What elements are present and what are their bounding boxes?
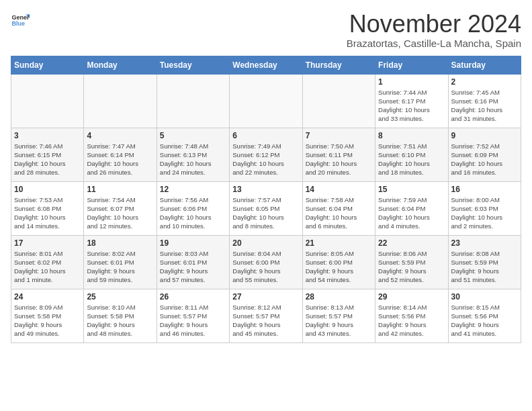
day-info: Sunrise: 8:04 AM Sunset: 6:00 PM Dayligh… (232, 249, 299, 285)
svg-text:Blue: Blue (11, 20, 25, 27)
location: Brazatortas, Castille-La Mancha, Spain (347, 38, 521, 49)
day-cell: 14Sunrise: 7:58 AM Sunset: 6:04 PM Dayli… (302, 181, 375, 235)
day-number: 6 (232, 131, 299, 140)
day-info: Sunrise: 7:48 AM Sunset: 6:13 PM Dayligh… (160, 142, 226, 177)
day-cell (302, 74, 375, 128)
day-info: Sunrise: 7:46 AM Sunset: 6:15 PM Dayligh… (14, 142, 81, 177)
day-info: Sunrise: 7:50 AM Sunset: 6:11 PM Dayligh… (306, 142, 372, 177)
month-title: November 2024 (347, 11, 521, 38)
day-number: 11 (87, 185, 153, 194)
day-info: Sunrise: 7:51 AM Sunset: 6:10 PM Dayligh… (378, 142, 445, 177)
day-info: Sunrise: 7:53 AM Sunset: 6:08 PM Dayligh… (14, 195, 81, 231)
day-number: 10 (14, 185, 81, 194)
day-number: 2 (451, 77, 518, 87)
day-number: 14 (306, 185, 372, 194)
day-info: Sunrise: 7:58 AM Sunset: 6:04 PM Dayligh… (306, 195, 372, 231)
day-cell: 6Sunrise: 7:49 AM Sunset: 6:12 PM Daylig… (230, 128, 302, 181)
day-cell: 25Sunrise: 8:10 AM Sunset: 5:58 PM Dayli… (84, 289, 157, 342)
week-row-5: 24Sunrise: 8:09 AM Sunset: 5:58 PM Dayli… (11, 289, 521, 342)
weekday-header-row: SundayMondayTuesdayWednesdayThursdayFrid… (11, 56, 521, 74)
day-cell: 12Sunrise: 7:56 AM Sunset: 6:06 PM Dayli… (157, 181, 229, 235)
day-info: Sunrise: 7:56 AM Sunset: 6:06 PM Dayligh… (160, 195, 226, 231)
day-info: Sunrise: 8:10 AM Sunset: 5:58 PM Dayligh… (87, 303, 153, 338)
day-cell: 10Sunrise: 7:53 AM Sunset: 6:08 PM Dayli… (11, 181, 84, 235)
day-number: 3 (14, 131, 81, 140)
day-number: 12 (160, 185, 226, 194)
day-cell: 23Sunrise: 8:08 AM Sunset: 5:59 PM Dayli… (448, 235, 521, 289)
weekday-header-tuesday: Tuesday (157, 56, 229, 74)
day-info: Sunrise: 7:59 AM Sunset: 6:04 PM Dayligh… (378, 195, 445, 231)
day-number: 21 (306, 238, 372, 248)
day-cell: 7Sunrise: 7:50 AM Sunset: 6:11 PM Daylig… (302, 128, 375, 181)
day-cell: 27Sunrise: 8:12 AM Sunset: 5:57 PM Dayli… (230, 289, 302, 342)
day-info: Sunrise: 7:45 AM Sunset: 6:16 PM Dayligh… (451, 88, 518, 124)
day-cell: 9Sunrise: 7:52 AM Sunset: 6:09 PM Daylig… (448, 128, 521, 181)
day-cell: 28Sunrise: 8:13 AM Sunset: 5:57 PM Dayli… (302, 289, 375, 342)
day-number: 8 (378, 131, 445, 140)
week-row-4: 17Sunrise: 8:01 AM Sunset: 6:02 PM Dayli… (11, 235, 521, 289)
day-cell: 24Sunrise: 8:09 AM Sunset: 5:58 PM Dayli… (11, 289, 84, 342)
day-number: 7 (306, 131, 372, 140)
day-number: 26 (160, 292, 226, 302)
weekday-header-friday: Friday (375, 56, 448, 74)
day-info: Sunrise: 8:13 AM Sunset: 5:57 PM Dayligh… (306, 303, 372, 338)
calendar-table: SundayMondayTuesdayWednesdayThursdayFrid… (11, 56, 521, 343)
day-cell: 3Sunrise: 7:46 AM Sunset: 6:15 PM Daylig… (11, 128, 84, 181)
day-number: 18 (87, 238, 153, 248)
day-info: Sunrise: 8:15 AM Sunset: 5:56 PM Dayligh… (451, 303, 518, 338)
day-cell: 11Sunrise: 7:54 AM Sunset: 6:07 PM Dayli… (84, 181, 157, 235)
weekday-header-saturday: Saturday (448, 56, 521, 74)
day-number: 20 (232, 238, 299, 248)
day-cell (84, 74, 157, 128)
day-number: 27 (232, 292, 299, 302)
day-cell: 19Sunrise: 8:03 AM Sunset: 6:01 PM Dayli… (157, 235, 229, 289)
day-info: Sunrise: 7:47 AM Sunset: 6:14 PM Dayligh… (87, 142, 153, 177)
weekday-header-wednesday: Wednesday (230, 56, 302, 74)
week-row-3: 10Sunrise: 7:53 AM Sunset: 6:08 PM Dayli… (11, 181, 521, 235)
day-cell (157, 74, 229, 128)
day-number: 25 (87, 292, 153, 302)
day-cell: 16Sunrise: 8:00 AM Sunset: 6:03 PM Dayli… (448, 181, 521, 235)
day-cell: 17Sunrise: 8:01 AM Sunset: 6:02 PM Dayli… (11, 235, 84, 289)
day-info: Sunrise: 8:03 AM Sunset: 6:01 PM Dayligh… (160, 249, 226, 285)
day-info: Sunrise: 7:52 AM Sunset: 6:09 PM Dayligh… (451, 142, 518, 177)
day-info: Sunrise: 8:11 AM Sunset: 5:57 PM Dayligh… (160, 303, 226, 338)
day-cell: 5Sunrise: 7:48 AM Sunset: 6:13 PM Daylig… (157, 128, 229, 181)
day-info: Sunrise: 8:12 AM Sunset: 5:57 PM Dayligh… (232, 303, 299, 338)
title-block: November 2024 Brazatortas, Castille-La M… (347, 11, 521, 49)
day-cell: 22Sunrise: 8:06 AM Sunset: 5:59 PM Dayli… (375, 235, 448, 289)
day-info: Sunrise: 7:49 AM Sunset: 6:12 PM Dayligh… (232, 142, 299, 177)
day-info: Sunrise: 8:14 AM Sunset: 5:56 PM Dayligh… (378, 303, 445, 338)
day-cell: 4Sunrise: 7:47 AM Sunset: 6:14 PM Daylig… (84, 128, 157, 181)
day-info: Sunrise: 8:02 AM Sunset: 6:01 PM Dayligh… (87, 249, 153, 285)
day-cell: 29Sunrise: 8:14 AM Sunset: 5:56 PM Dayli… (375, 289, 448, 342)
week-row-2: 3Sunrise: 7:46 AM Sunset: 6:15 PM Daylig… (11, 128, 521, 181)
day-cell (11, 74, 84, 128)
logo-icon: General Blue (11, 11, 30, 30)
day-cell: 1Sunrise: 7:44 AM Sunset: 6:17 PM Daylig… (375, 74, 448, 128)
day-number: 22 (378, 238, 445, 248)
day-cell: 21Sunrise: 8:05 AM Sunset: 6:00 PM Dayli… (302, 235, 375, 289)
calendar-body: 1Sunrise: 7:44 AM Sunset: 6:17 PM Daylig… (11, 74, 521, 342)
day-number: 30 (451, 292, 518, 302)
day-cell: 26Sunrise: 8:11 AM Sunset: 5:57 PM Dayli… (157, 289, 229, 342)
day-number: 9 (451, 131, 518, 140)
day-cell: 8Sunrise: 7:51 AM Sunset: 6:10 PM Daylig… (375, 128, 448, 181)
day-number: 16 (451, 185, 518, 194)
day-number: 5 (160, 131, 226, 140)
day-info: Sunrise: 7:44 AM Sunset: 6:17 PM Dayligh… (378, 88, 445, 124)
day-number: 4 (87, 131, 153, 140)
day-number: 19 (160, 238, 226, 248)
logo: General Blue (11, 11, 30, 30)
day-number: 15 (378, 185, 445, 194)
day-cell: 15Sunrise: 7:59 AM Sunset: 6:04 PM Dayli… (375, 181, 448, 235)
day-info: Sunrise: 8:05 AM Sunset: 6:00 PM Dayligh… (306, 249, 372, 285)
day-cell: 20Sunrise: 8:04 AM Sunset: 6:00 PM Dayli… (230, 235, 302, 289)
weekday-header-thursday: Thursday (302, 56, 375, 74)
page-header: General Blue November 2024 Brazatortas, … (11, 11, 521, 49)
day-info: Sunrise: 8:06 AM Sunset: 5:59 PM Dayligh… (378, 249, 445, 285)
day-number: 17 (14, 238, 81, 248)
day-info: Sunrise: 7:54 AM Sunset: 6:07 PM Dayligh… (87, 195, 153, 231)
day-cell: 30Sunrise: 8:15 AM Sunset: 5:56 PM Dayli… (448, 289, 521, 342)
day-info: Sunrise: 8:00 AM Sunset: 6:03 PM Dayligh… (451, 195, 518, 231)
